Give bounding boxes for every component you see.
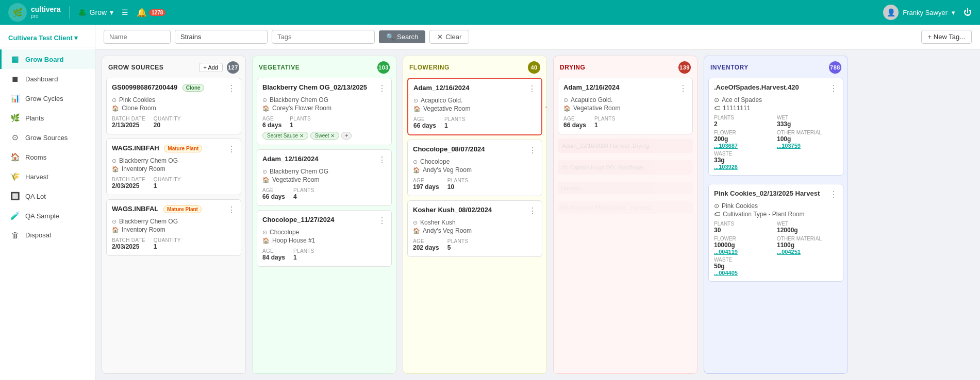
waste-amount: 33g — [714, 157, 725, 164]
quantity-value: 1 — [154, 243, 181, 250]
strain-label: Blackberry Chem OG — [119, 218, 178, 225]
vegetative-column: VEGETATIVE 103 Blackberry Chem OG_02/13/… — [252, 56, 396, 374]
room-label: Vegetative Room — [272, 176, 319, 183]
room-label: Inventory Room — [122, 165, 165, 172]
other-link[interactable]: ...103759 — [777, 143, 838, 149]
card-menu-icon[interactable]: ⋮ — [378, 155, 386, 165]
other-link[interactable]: ...004251 — [777, 249, 838, 255]
plants-value: 1 — [290, 122, 311, 129]
name-filter-input[interactable] — [104, 30, 171, 44]
sidebar-item-grow-sources[interactable]: ⊙ Grow Sources — [0, 128, 95, 147]
card-menu-icon[interactable]: ⋮ — [378, 216, 386, 226]
strain-label: Kosher Kush — [420, 219, 456, 226]
flowering-card-1: Adam_12/16/2024 ⋮ ⊙ Acapulco Gold. 🏠 Veg… — [407, 78, 542, 135]
wet-label: WET — [777, 221, 838, 227]
sidebar-item-harvest[interactable]: 🌾 Harvest — [0, 167, 95, 186]
strains-filter-input[interactable] — [175, 30, 268, 44]
card-menu-icon[interactable]: ⋮ — [227, 144, 236, 154]
card-menu-icon[interactable]: ⋮ — [378, 83, 386, 93]
flowering-card-2: Chocolope_08/07/2024 ⋮ ⊙ Chocolope 🏠 And… — [407, 140, 542, 196]
tag-add-button[interactable]: + — [341, 132, 352, 140]
drying-faded-1: Adam_12/16/2024 Harvest .Drying — [558, 139, 693, 153]
card-menu-icon[interactable]: ⋮ — [829, 83, 838, 93]
room-label: Corey's Flower Room — [272, 105, 331, 112]
strain-icon: ⊙ — [112, 97, 117, 103]
new-tag-button[interactable]: + New Tag... — [921, 30, 972, 44]
plants-label: PLANTS — [447, 178, 469, 183]
flowering-cards: Adam_12/16/2024 ⋮ ⊙ Acapulco Gold. 🏠 Veg… — [403, 78, 546, 373]
flower-label: FLOWER — [714, 130, 775, 135]
qa-lot-icon: 🔲 — [10, 192, 20, 201]
sidebar-item-grow-cycles[interactable]: 📊 Grow Cycles — [0, 89, 95, 108]
inv-tag: 11111111 — [723, 105, 750, 112]
flowering-column: FLOWERING 40 Adam_12/16/2024 ⋮ ⊙ Acapulc… — [403, 56, 547, 374]
wet-val: 333g — [777, 120, 838, 128]
sidebar-item-grow-board[interactable]: ▦ Grow Board — [0, 49, 95, 69]
chevron-down-icon: ▾ — [952, 9, 955, 16]
sidebar-item-disposal[interactable]: 🗑 Disposal — [0, 226, 95, 245]
room-label: Vegetative Room — [423, 105, 470, 112]
strain-icon: ⊙ — [413, 219, 418, 226]
user-menu[interactable]: 👤 Franky Sawyer ▾ — [883, 5, 955, 20]
chart-icon: 📊 — [10, 94, 20, 103]
flower-link[interactable]: ...103687 — [714, 143, 775, 149]
drying-card-1: Adam_12/16/2024 ⋮ ⊙ Acapulco Gold. 🏠 Veg… — [558, 78, 693, 134]
tags-filter-input[interactable] — [272, 30, 375, 44]
search-button[interactable]: 🔍 Search — [379, 30, 425, 43]
tag-sweet[interactable]: Sweet ✕ — [310, 132, 340, 140]
kanban-board: GROW SOURCES + Add 127 GS009986867200449… — [95, 49, 980, 380]
card-menu-icon[interactable]: ⋮ — [829, 189, 838, 199]
room-label: Andy's Veg Room — [423, 227, 472, 234]
inventory-cards: .AceOfSpades.Harvest.420 ⋮ ⊙ Ace of Spad… — [704, 78, 848, 373]
logo-area[interactable]: 🌿 cultivera pro — [8, 3, 61, 22]
drying-faded-3: Harvest... — [558, 182, 693, 194]
card-menu-icon[interactable]: ⋮ — [227, 205, 236, 215]
inventory-column: INVENTORY 788 .AceOfSpades.Harvest.420 ⋮… — [704, 56, 848, 374]
card-menu-icon[interactable]: ⋮ — [528, 84, 536, 94]
filter-bar: 🔍 Search ✕ Clear + New Tag... — [95, 25, 980, 49]
clear-button[interactable]: ✕ Clear — [429, 30, 469, 44]
grow-nav-item[interactable]: 🌲 Grow ▾ — [78, 8, 113, 16]
menu-icon[interactable]: ☰ — [122, 8, 128, 16]
sidebar-item-plants[interactable]: 🌿 Plants — [0, 108, 95, 128]
strain-icon: ⊙ — [563, 97, 568, 103]
qa-sample-icon: 🧪 — [10, 211, 20, 220]
notification-bell[interactable]: 🔔 1278 — [137, 8, 165, 18]
waste-link[interactable]: ...004405 — [714, 270, 838, 276]
client-selector[interactable]: Cultivera Test Client ▾ — [0, 29, 95, 47]
other-material-val: 100g ...103759 — [777, 135, 838, 149]
room-icon: 🏠 — [563, 105, 571, 112]
sidebar-item-qa-lot[interactable]: 🔲 QA Lot — [0, 186, 95, 206]
flowering-card-title: Kosher Kush_08/02/2024 — [413, 206, 492, 214]
plants-value: 1 — [293, 254, 314, 261]
card-menu-icon[interactable]: ⋮ — [679, 83, 687, 93]
user-name: Franky Sawyer — [903, 9, 948, 16]
sidebar-item-dashboard[interactable]: ◼ Dashboard — [0, 69, 95, 89]
flowering-badge: 40 — [528, 61, 540, 74]
grow-sources-badge: 127 — [227, 61, 239, 74]
plant-icon: 🌿 — [10, 113, 20, 123]
plants-label: PLANTS — [290, 116, 311, 122]
inv-strain: Ace of Spades — [722, 96, 762, 103]
grow-source-card-3: WAGS.INBFAL Mature Plant ⋮ ⊙ Blackberry … — [106, 199, 241, 256]
power-icon[interactable]: ⏻ — [964, 8, 972, 17]
quantity-label: QUANTITY — [154, 237, 181, 243]
strain-icon: ⊙ — [413, 159, 418, 165]
card-menu-icon[interactable]: ⋮ — [227, 83, 236, 93]
other-material-label: OTHER MATERIAL — [777, 130, 838, 135]
sidebar-item-rooms[interactable]: 🏠 Rooms — [0, 147, 95, 167]
mature-badge: Mature Plant — [163, 205, 202, 213]
grow-sources-column: GROW SOURCES + Add 127 GS009986867200449… — [102, 56, 246, 374]
notification-badge: 1278 — [149, 9, 165, 16]
card-menu-icon[interactable]: ⋮ — [528, 206, 537, 216]
strain-icon: ⊙ — [714, 202, 719, 210]
add-grow-source-button[interactable]: + Add — [199, 63, 223, 72]
tag-secret-sauce[interactable]: Secret Sauce ✕ — [262, 132, 308, 140]
wet-label: WET — [777, 115, 838, 120]
plants-val: 30 — [714, 227, 775, 234]
sidebar-item-qa-sample[interactable]: 🧪 QA Sample — [0, 206, 95, 226]
flower-link[interactable]: ...004119 — [714, 249, 775, 255]
waste-link[interactable]: ...103926 — [714, 164, 838, 170]
card-menu-icon[interactable]: ⋮ — [528, 145, 537, 155]
flower-val: 10000g ...004119 — [714, 241, 775, 255]
